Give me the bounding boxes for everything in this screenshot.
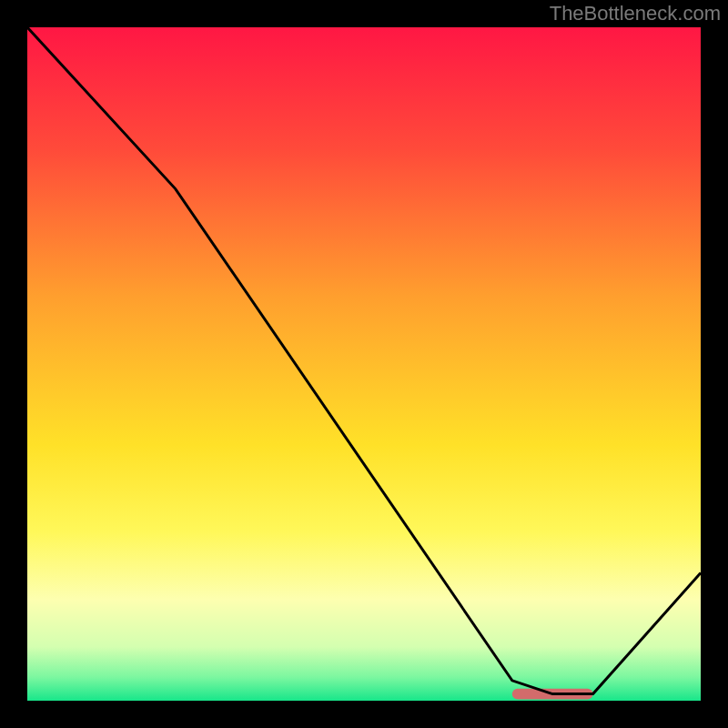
- gradient-background: [27, 27, 701, 701]
- chart-container: [27, 27, 701, 701]
- bottleneck-chart: [27, 27, 701, 701]
- watermark-text: TheBottleneck.com: [550, 2, 721, 25]
